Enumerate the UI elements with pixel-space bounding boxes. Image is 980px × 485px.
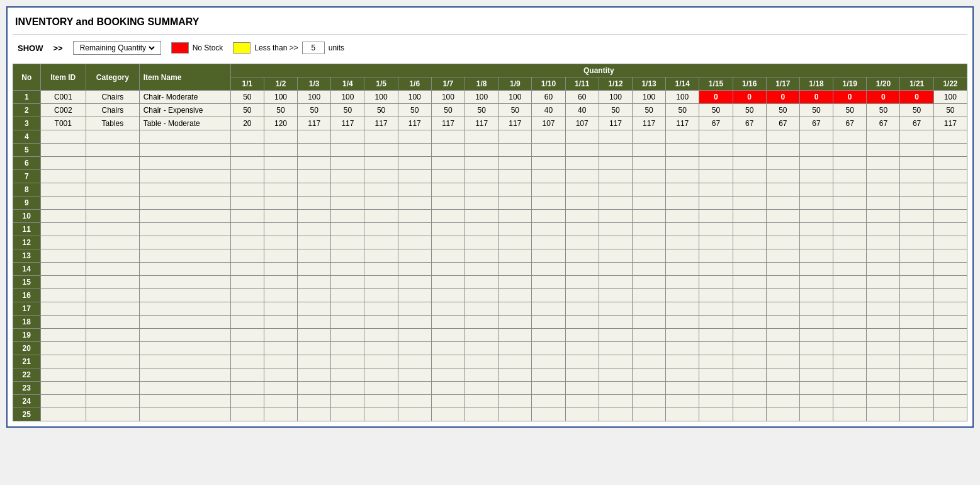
cell-value [532, 302, 565, 316]
units-input[interactable] [302, 42, 325, 54]
cell-value [264, 236, 297, 249]
cell-value [398, 157, 431, 170]
table-row: 10 [13, 210, 967, 223]
cell-value [331, 382, 364, 395]
cell-value [331, 157, 364, 170]
cell-value [799, 157, 833, 170]
cell-value [632, 368, 665, 382]
cell-item-name: Table - Moderate [139, 117, 230, 130]
cell-value [398, 355, 431, 368]
cell-value [833, 170, 867, 183]
cell-value: 50 [599, 104, 632, 117]
cell-value [431, 170, 465, 183]
cell-value [532, 130, 565, 144]
cell-value [867, 316, 900, 329]
cell-value [666, 408, 699, 421]
cell-value [298, 210, 331, 223]
dropdown-wrapper[interactable]: Remaining Quantity Booked Quantity Total… [73, 41, 161, 55]
cell-value [799, 144, 833, 157]
cell-value [498, 329, 532, 342]
cell-value [532, 395, 565, 408]
cell-category [86, 236, 140, 249]
cell-item-name [139, 183, 230, 197]
cell-value [565, 382, 599, 395]
cell-value [666, 263, 699, 276]
table-row: 7 [13, 170, 967, 183]
cell-value [398, 408, 431, 421]
cell-value [364, 342, 398, 355]
cell-value [766, 249, 799, 263]
cell-value [766, 329, 799, 342]
cell-value [599, 408, 632, 421]
cell-value [666, 249, 699, 263]
cell-value: 100 [632, 91, 665, 104]
cell-value [230, 408, 264, 421]
cell-value [465, 197, 498, 210]
cell-value [766, 355, 799, 368]
cell-value: 107 [565, 117, 599, 130]
cell-value [331, 236, 364, 249]
table-row: 16 [13, 289, 967, 302]
cell-value [599, 382, 632, 395]
cell-value [398, 223, 431, 236]
cell-value [599, 170, 632, 183]
cell-value [465, 249, 498, 263]
cell-value [465, 329, 498, 342]
cell-value [431, 223, 465, 236]
cell-value: 50 [230, 91, 264, 104]
header-date-1_8: 1/8 [465, 77, 498, 91]
cell-value [398, 210, 431, 223]
cell-value [632, 249, 665, 263]
header-date-1_11: 1/11 [565, 77, 599, 91]
cell-category [86, 342, 140, 355]
cell-item-id [40, 130, 86, 144]
cell-value [733, 263, 766, 276]
cell-value: 67 [900, 117, 933, 130]
cell-value: 117 [666, 117, 699, 130]
cell-value [867, 130, 900, 144]
cell-value [933, 302, 967, 316]
cell-value [565, 302, 599, 316]
cell-value [298, 183, 331, 197]
cell-value [298, 144, 331, 157]
cell-value [833, 342, 867, 355]
show-dropdown[interactable]: Remaining Quantity Booked Quantity Total… [77, 43, 157, 53]
cell-value [364, 408, 398, 421]
cell-value [431, 144, 465, 157]
cell-value [331, 210, 364, 223]
cell-value [666, 157, 699, 170]
cell-value [431, 408, 465, 421]
cell-no: 15 [13, 276, 41, 289]
cell-value [699, 157, 733, 170]
cell-no: 3 [13, 117, 41, 130]
cell-category [86, 316, 140, 329]
cell-value [331, 329, 364, 342]
cell-value [666, 329, 699, 342]
cell-value [766, 210, 799, 223]
cell-value [599, 342, 632, 355]
cell-value: 0 [733, 91, 766, 104]
low-stock-color-box [233, 42, 251, 54]
cell-value [398, 316, 431, 329]
cell-value [364, 223, 398, 236]
cell-category [86, 329, 140, 342]
cell-value [298, 276, 331, 289]
cell-item-name: Chair - Expensive [139, 104, 230, 117]
cell-item-id [40, 249, 86, 263]
cell-category [86, 197, 140, 210]
cell-value [766, 395, 799, 408]
cell-value [733, 170, 766, 183]
cell-value [933, 408, 967, 421]
cell-value [933, 223, 967, 236]
header-date-1_21: 1/21 [900, 77, 933, 91]
cell-category [86, 263, 140, 276]
cell-value [465, 368, 498, 382]
table-row: 24 [13, 395, 967, 408]
cell-value: 20 [230, 117, 264, 130]
table-row: 20 [13, 342, 967, 355]
cell-value [398, 263, 431, 276]
cell-value [298, 408, 331, 421]
cell-value [900, 302, 933, 316]
cell-value [833, 276, 867, 289]
cell-value [398, 144, 431, 157]
